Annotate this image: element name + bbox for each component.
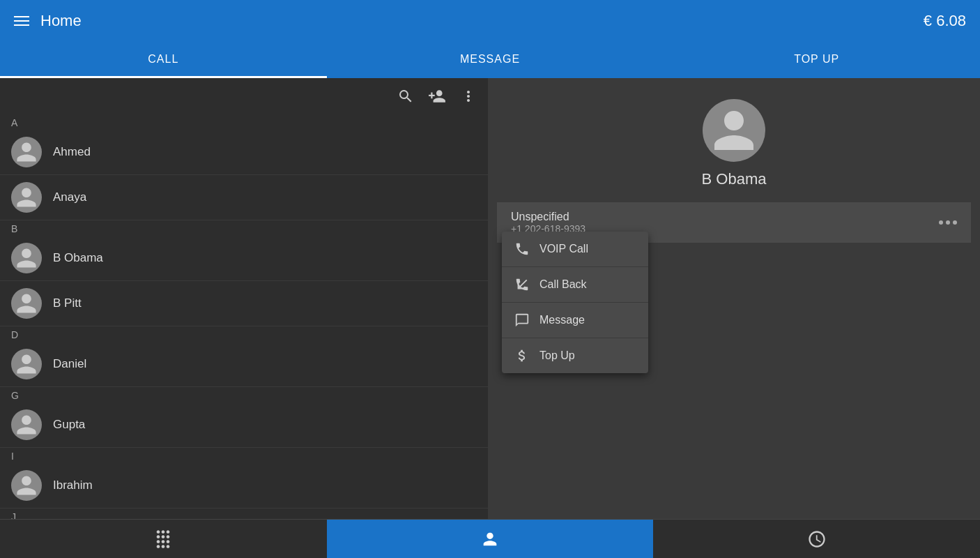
more-vertical-icon[interactable] bbox=[460, 88, 477, 105]
contact-detail-panel: B Obama Unspecified +1 202-618-9393 VOIP… bbox=[488, 78, 980, 519]
tab-call[interactable]: CALL bbox=[0, 42, 327, 78]
content-area: A Ahmed Anaya B B Obama B Pitt bbox=[0, 78, 980, 519]
section-j: J bbox=[0, 508, 488, 519]
avatar bbox=[11, 349, 42, 379]
contact-ibrahim[interactable]: Ibrahim bbox=[0, 463, 488, 508]
avatar bbox=[11, 470, 42, 501]
contact-list: A Ahmed Anaya B B Obama B Pitt bbox=[0, 78, 488, 519]
topup-icon bbox=[514, 348, 530, 363]
contact-anaya[interactable]: Anaya bbox=[0, 175, 488, 220]
dialpad-icon bbox=[153, 529, 173, 549]
topup-action[interactable]: Top Up bbox=[502, 338, 648, 373]
callback-icon bbox=[514, 277, 530, 292]
contact-bpitt[interactable]: B Pitt bbox=[0, 281, 488, 326]
contact-name: Gupta bbox=[53, 418, 85, 432]
contact-detail-name: B Obama bbox=[702, 170, 767, 188]
voip-call-label: VOIP Call bbox=[539, 243, 588, 255]
topup-label: Top Up bbox=[539, 349, 575, 362]
contact-name: Ahmed bbox=[53, 145, 91, 159]
section-i: I bbox=[0, 448, 488, 463]
nav-dialpad[interactable] bbox=[0, 520, 327, 558]
search-icon[interactable] bbox=[397, 88, 414, 105]
callback-action[interactable]: Call Back bbox=[502, 266, 648, 302]
message-action[interactable]: Message bbox=[502, 302, 648, 338]
action-menu: VOIP Call Call Back Message Top Up bbox=[502, 232, 648, 373]
hamburger-menu-icon[interactable] bbox=[14, 16, 29, 26]
header-title: Home bbox=[40, 12, 82, 30]
contact-bobama[interactable]: B Obama bbox=[0, 236, 488, 281]
contact-more-options-icon[interactable] bbox=[939, 220, 957, 225]
avatar bbox=[11, 409, 42, 440]
contact-toolbar bbox=[0, 78, 488, 114]
app-header: Home € 6.08 bbox=[0, 0, 980, 42]
voip-icon bbox=[514, 241, 530, 257]
tab-message[interactable]: MESSAGE bbox=[327, 42, 654, 78]
add-contact-icon[interactable] bbox=[428, 87, 446, 105]
message-icon bbox=[514, 312, 530, 328]
callback-label: Call Back bbox=[539, 278, 587, 291]
section-a: A bbox=[0, 114, 488, 130]
contact-name: Daniel bbox=[53, 357, 86, 371]
contact-gupta[interactable]: Gupta bbox=[0, 402, 488, 448]
contact-ahmed[interactable]: Ahmed bbox=[0, 130, 488, 175]
header-balance: € 6.08 bbox=[924, 12, 966, 30]
tab-topup[interactable]: TOP UP bbox=[653, 42, 980, 78]
section-g: G bbox=[0, 387, 488, 402]
contact-name: Anaya bbox=[53, 190, 86, 204]
avatar bbox=[11, 288, 42, 319]
section-d: D bbox=[0, 326, 488, 342]
avatar bbox=[11, 182, 42, 213]
contacts-icon bbox=[480, 529, 500, 549]
nav-recents[interactable] bbox=[653, 520, 980, 558]
contact-detail-avatar bbox=[703, 99, 765, 162]
voip-call-action[interactable]: VOIP Call bbox=[502, 232, 648, 266]
nav-contacts[interactable] bbox=[327, 520, 654, 558]
contact-name: Ibrahim bbox=[53, 478, 93, 492]
avatar bbox=[11, 243, 42, 273]
tab-bar: CALL MESSAGE TOP UP bbox=[0, 42, 980, 78]
contact-name: B Obama bbox=[53, 251, 103, 265]
recents-icon bbox=[807, 529, 827, 549]
contact-name: B Pitt bbox=[53, 296, 82, 310]
avatar bbox=[11, 137, 42, 167]
phone-info-text: Unspecified +1 202-618-9393 bbox=[511, 211, 585, 234]
bottom-navigation bbox=[0, 519, 980, 558]
phone-type: Unspecified bbox=[511, 211, 585, 223]
header-left: Home bbox=[14, 12, 82, 30]
message-label: Message bbox=[539, 314, 585, 326]
section-b: B bbox=[0, 220, 488, 236]
contact-daniel[interactable]: Daniel bbox=[0, 342, 488, 387]
